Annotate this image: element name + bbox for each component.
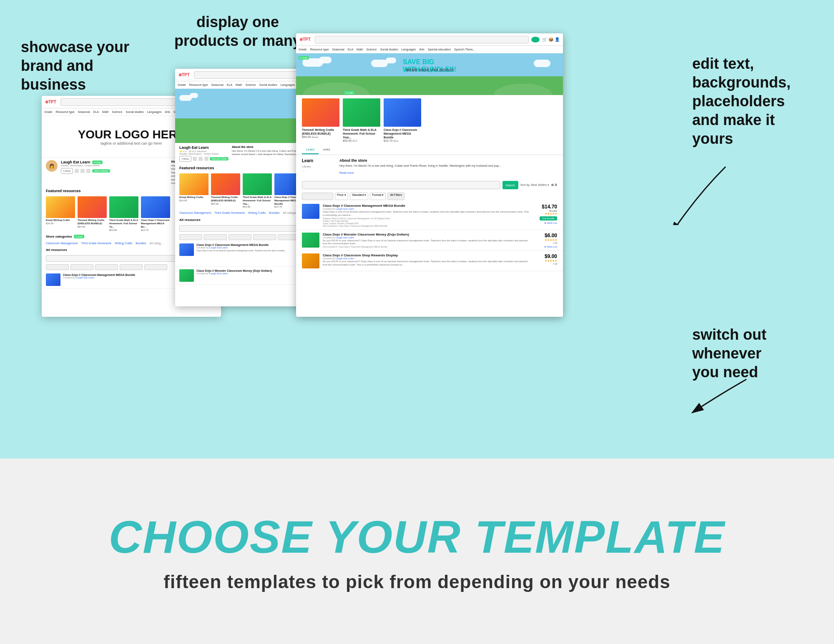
product-card-1[interactable]: Themed Writing Crafts (ENDLESS BUNDLE) $… [78, 196, 107, 231]
social-fb[interactable] [75, 169, 79, 173]
filter-standard[interactable] [120, 264, 143, 270]
cloud-r4 [386, 58, 396, 63]
social-pin[interactable] [86, 169, 90, 173]
right-filter-selects: Price ▾ Standard ▾ Format ▾ All Filters [296, 191, 563, 201]
resource-author-r2: Created by Laugh Eat Learn [323, 236, 531, 239]
tab-urces[interactable]: uries [319, 145, 334, 154]
product-price-r1: $53.90 $77 [343, 139, 380, 142]
resource-desc-r2: Do you DOJO in your classroom? Class Doj… [323, 239, 531, 246]
tpt-logo-right: ⊕TPT [299, 37, 311, 42]
follow-btn-left[interactable]: Follow [61, 168, 73, 174]
product-thumb-m0 [179, 173, 208, 195]
avatar-left: 👩 [46, 160, 58, 172]
resource-price-r1: $14.70 [542, 204, 557, 210]
learn-title: Learn [302, 158, 335, 163]
resource-item-r2[interactable]: Class Dojo // Monster Classroom Money (D… [296, 230, 563, 251]
right-details-text: details about your product [405, 68, 453, 72]
tpt-logo-middle: ⊕TPT [178, 73, 190, 77]
product-card-3[interactable]: Class Dojo // Classroom Management MEGA … [141, 196, 170, 231]
read-more-right[interactable]: Read more [339, 171, 354, 174]
product-name-1: Themed Writing Crafts (ENDLESS BUNDLE) [78, 219, 107, 226]
product-card-r2[interactable]: Class Dojo // Classroom Management MEGA … [384, 98, 421, 142]
filter-subject-r[interactable] [302, 193, 333, 200]
start-selling-btn[interactable]: Start Selling [92, 169, 110, 173]
logo-main-left: YOUR LOGO HERE [78, 128, 185, 141]
store-btns-middle: Follow Secure Links [179, 156, 229, 162]
resource-thumb-r3 [302, 253, 319, 268]
right-search-btn[interactable]: Search [502, 181, 518, 189]
filter-subject[interactable] [70, 264, 93, 270]
hills-edit-badge-middle[interactable]: ✏ Edit [344, 91, 354, 95]
cloud-r2 [319, 57, 332, 63]
social-ig-middle[interactable] [198, 157, 203, 161]
product-card-m1[interactable]: Themed Writing Crafts (ENDLESS BUNDLE) $… [211, 173, 240, 208]
about-store-text-right: Hey there, I'm Alexis! I'm a low carb li… [339, 164, 557, 168]
product-thumb-r2 [384, 98, 421, 127]
right-resource-search[interactable] [302, 181, 500, 189]
stars-r2: ★★★★★ [545, 238, 557, 242]
filter-subject-m[interactable] [204, 234, 227, 240]
product-price-0: $16.00 [46, 222, 75, 225]
filter-standard-m[interactable] [253, 234, 276, 240]
resource-price-r3: $9.00 [545, 253, 557, 259]
store-rating-middle: ⭐ 4.0 · 28,011 followers [179, 150, 229, 153]
resource-title-r1: Class Dojo // Classroom Management MEGA … [323, 204, 531, 208]
filter-price[interactable] [95, 264, 118, 270]
product-thumb-1 [78, 196, 107, 218]
edit-badge-left[interactable]: ✏ Edit [92, 160, 103, 164]
filter-grade[interactable] [46, 264, 69, 270]
product-name-r2: Class Dojo // Classroom Management MEGA … [384, 128, 421, 139]
filter-price-m[interactable] [229, 234, 251, 240]
resource-thumb-m2 [179, 269, 194, 282]
product-thumb-0 [46, 196, 75, 218]
product-name-m1: Themed Writing Crafts (ENDLESS BUNDLE) [211, 196, 240, 203]
tpt-search-right[interactable] [315, 36, 529, 43]
resource-desc-r3: Do you DOJO in your classroom? Class Doj… [323, 260, 531, 267]
social-fb-middle[interactable] [193, 157, 197, 161]
product-card-m2[interactable]: Third Grade Math & ELA Homework: Full Sc… [243, 173, 272, 208]
resource-item-r1[interactable]: Class Dojo // Classroom Management MEGA … [296, 201, 563, 230]
about-store-title-right: About the store [339, 158, 557, 163]
product-thumb-r0 [302, 98, 339, 127]
choose-template-title: CHOOSE YOUR TEMPLATE [109, 510, 725, 563]
product-card-2[interactable]: Third Grade Math & ELA Homework: Full Sc… [109, 196, 138, 231]
store-name-left: Laugh Eat Learn [61, 160, 90, 164]
right-tabs-area: Learn uries [296, 145, 563, 155]
product-name-0: Emoji Writing Crafts [46, 219, 75, 222]
product-card-r1[interactable]: Third Grade Math & ELA Homework: Full Sc… [343, 98, 380, 142]
product-card-r0[interactable]: Themed! Writing Crafts (ENDLESS BUNDLE) … [302, 98, 339, 142]
resource-item-r3[interactable]: Class Dojo // Classroom Shop Rewards Dis… [296, 251, 563, 271]
tab-learn[interactable]: Learn [302, 145, 319, 154]
cats-edit-badge[interactable]: ✏ Edit [74, 235, 84, 238]
product-price-2: $53.90 [109, 229, 138, 231]
social-ig[interactable] [80, 169, 85, 173]
mockup-right: ⊕TPT 🛒 📦 👤 Grade Resource type Seasonal … [296, 33, 563, 317]
cloud-r3 [371, 60, 388, 67]
resource-title-r3: Class Dojo // Classroom Shop Rewards Dis… [323, 253, 531, 257]
get-bundle-r1[interactable]: Get Bundle [540, 216, 557, 221]
resource-price-r2: $6.00 [545, 233, 557, 238]
right-filter-bar: Search Sort by: Best Sellers ▾ ⊞ ☰ [296, 179, 563, 191]
resource-info-r2: Class Dojo // Monster Classroom Money (D… [323, 233, 531, 248]
product-card-0[interactable]: Emoji Writing Crafts $16.00 [46, 196, 75, 231]
store-location-left: Seattle, Washington, United States [61, 164, 168, 167]
product-name-r0: Themed! Writing Crafts (ENDLESS BUNDLE) [302, 128, 339, 135]
product-name-m2: Third Grade Math & ELA Homework: Full Sc… [243, 196, 272, 205]
annotation-switch: switch out whenever you need [692, 325, 821, 381]
social-pin-middle[interactable] [204, 157, 208, 161]
product-name-r1: Third Grade Math & ELA Homework: Full Sc… [343, 128, 380, 139]
tpt-logo-left: ⊕TPT [45, 100, 56, 104]
product-price-r2: $14.70 $21 [384, 139, 421, 142]
edit-badge-right-hills[interactable]: ✏ Edit [299, 56, 309, 60]
resource-desc-r1: Class Dojo is one of my favorite classro… [323, 210, 531, 217]
product-card-m0[interactable]: Emoji Writing Crafts $16.00 [179, 173, 208, 208]
filter-format[interactable] [144, 264, 167, 270]
filter-grade-m[interactable] [179, 234, 202, 240]
stars-r3: ★★★★★ [545, 259, 557, 263]
secure-links-btn[interactable]: Secure Links [210, 157, 229, 160]
product-price-m0: $16.00 [179, 199, 208, 202]
store-name-middle: Laugh Eat Learn [179, 145, 229, 150]
follow-btn-middle[interactable]: Follow [179, 156, 191, 162]
product-price-m2: $53.90 [243, 205, 272, 208]
annotation-edit: edit text, backgrounds, placeholders and… [692, 54, 821, 148]
